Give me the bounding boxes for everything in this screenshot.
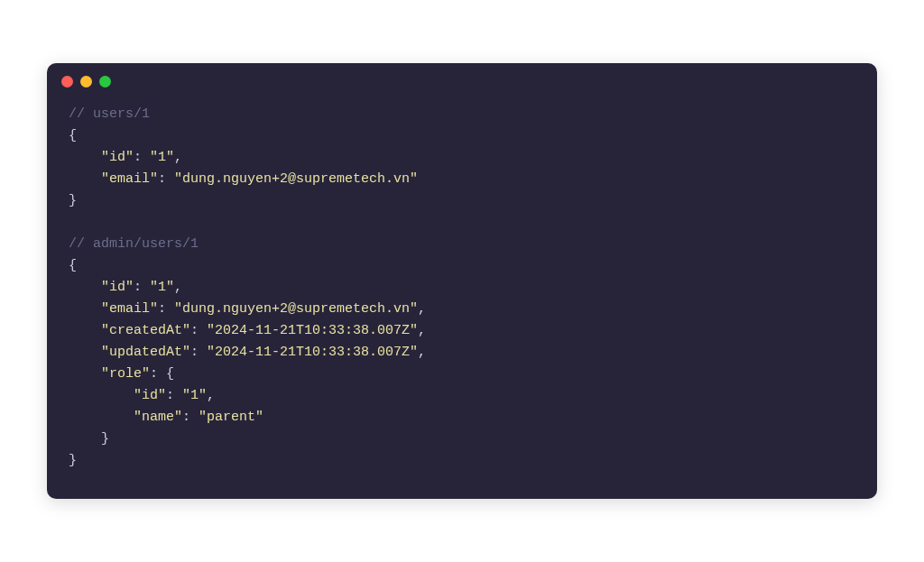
json-value: "parent" (199, 410, 263, 425)
json-value: "2024-11-21T10:33:38.007Z" (207, 345, 418, 360)
json-key: "id" (101, 280, 134, 295)
brace-open: { (69, 258, 77, 273)
json-key: "email" (101, 171, 158, 187)
json-key: "name" (134, 410, 182, 425)
json-key: "updatedAt" (101, 345, 190, 360)
code-window: // users/1 { "id": "1", "email": "dung.n… (47, 63, 877, 499)
json-value: "dung.nguyen+2@supremetech.vn" (174, 171, 418, 187)
window-titlebar (47, 63, 877, 95)
close-icon[interactable] (61, 76, 73, 88)
json-value: "dung.nguyen+2@supremetech.vn" (174, 301, 418, 317)
comment-line: // users/1 (69, 106, 150, 122)
code-content: // users/1 { "id": "1", "email": "dung.n… (47, 95, 877, 499)
brace-close: } (101, 431, 109, 447)
json-value: "1" (150, 280, 174, 295)
json-key: "id" (134, 388, 166, 403)
brace-close: } (69, 193, 77, 208)
minimize-icon[interactable] (80, 76, 92, 88)
comment-line: // admin/users/1 (69, 236, 199, 252)
json-key: "createdAt" (101, 323, 190, 338)
brace-close: } (69, 453, 77, 468)
json-value: "1" (150, 150, 174, 165)
maximize-icon[interactable] (99, 76, 111, 88)
json-key: "id" (101, 150, 134, 165)
json-value: "2024-11-21T10:33:38.007Z" (207, 323, 418, 338)
brace-open: { (69, 128, 77, 143)
json-value: "1" (182, 388, 207, 403)
json-key: "email" (101, 301, 158, 317)
json-key: "role" (101, 366, 150, 382)
